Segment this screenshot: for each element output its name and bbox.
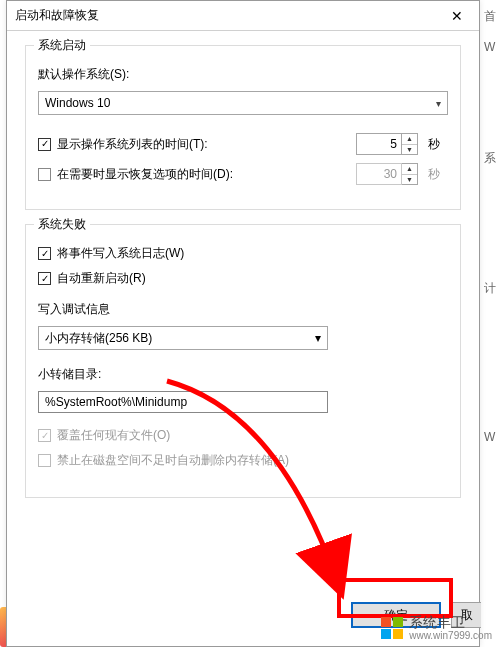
debug-info-select[interactable]: 小内存转储(256 KB) ▾: [38, 326, 328, 350]
debug-info-label: 写入调试信息: [38, 301, 110, 318]
overwrite-checkbox: ✓: [38, 429, 51, 442]
group-legend-startup: 系统启动: [34, 37, 90, 54]
dump-dir-input[interactable]: %SystemRoot%\Minidump: [38, 391, 328, 413]
group-legend-failure: 系统失败: [34, 216, 90, 233]
close-button[interactable]: ✕: [435, 1, 479, 31]
spinner-down-icon[interactable]: ▼: [402, 145, 417, 155]
show-recovery-checkbox[interactable]: [38, 168, 51, 181]
seconds-unit: 秒: [428, 136, 448, 153]
page-background-right: 首 W 系 计 W: [480, 0, 500, 647]
watermark: 系统丰卫 www.win7999.com: [381, 614, 492, 641]
nodelete-checkbox: [38, 454, 51, 467]
bg-char: 计: [484, 280, 496, 297]
chevron-down-icon: ▾: [436, 98, 441, 109]
watermark-brand: 系统丰卫: [409, 614, 465, 630]
nodelete-label: 禁止在磁盘空间不足时自动删除内存转储(A): [57, 452, 289, 469]
dialog-title: 启动和故障恢复: [15, 7, 99, 24]
watermark-logo-icon: [381, 617, 403, 639]
watermark-url: www.win7999.com: [409, 630, 492, 641]
spinner-up-icon: ▲: [402, 164, 417, 175]
seconds-unit: 秒: [428, 166, 448, 183]
show-os-list-label: 显示操作系统列表的时间(T):: [57, 136, 208, 153]
chevron-down-icon: ▾: [315, 331, 321, 345]
write-log-checkbox[interactable]: ✓: [38, 247, 51, 260]
show-recovery-seconds-input: [356, 163, 402, 185]
bg-char: 系: [484, 150, 496, 167]
show-recovery-label: 在需要时显示恢复选项的时间(D):: [57, 166, 233, 183]
bg-char: 首: [484, 8, 496, 25]
group-system-failure: 系统失败 ✓ 将事件写入系统日志(W) ✓ 自动重新启动(R) 写入调试信息 小…: [25, 224, 461, 498]
auto-restart-checkbox[interactable]: ✓: [38, 272, 51, 285]
bg-char: W: [484, 430, 495, 444]
default-os-label: 默认操作系统(S):: [38, 66, 129, 83]
overwrite-label: 覆盖任何现有文件(O): [57, 427, 170, 444]
close-icon: ✕: [451, 8, 463, 24]
spinner-up-icon[interactable]: ▲: [402, 134, 417, 145]
default-os-select[interactable]: Windows 10 ▾: [38, 91, 448, 115]
dump-dir-label: 小转储目录:: [38, 366, 101, 383]
group-system-startup: 系统启动 默认操作系统(S): Windows 10 ▾ ✓ 显示操作系统列表的…: [25, 45, 461, 210]
spinner-down-icon: ▼: [402, 175, 417, 185]
dump-dir-value: %SystemRoot%\Minidump: [45, 395, 187, 409]
startup-recovery-dialog: 启动和故障恢复 ✕ 系统启动 默认操作系统(S): Windows 10 ▾: [6, 0, 480, 647]
debug-info-value: 小内存转储(256 KB): [45, 330, 152, 347]
default-os-value: Windows 10: [45, 96, 110, 110]
auto-restart-label: 自动重新启动(R): [57, 270, 146, 287]
titlebar: 启动和故障恢复 ✕: [7, 1, 479, 31]
show-os-list-checkbox[interactable]: ✓: [38, 138, 51, 151]
write-log-label: 将事件写入系统日志(W): [57, 245, 184, 262]
show-os-list-seconds-input[interactable]: [356, 133, 402, 155]
show-os-list-seconds[interactable]: ▲ ▼: [356, 133, 418, 155]
bg-char: W: [484, 40, 495, 54]
show-recovery-seconds: ▲ ▼: [356, 163, 418, 185]
